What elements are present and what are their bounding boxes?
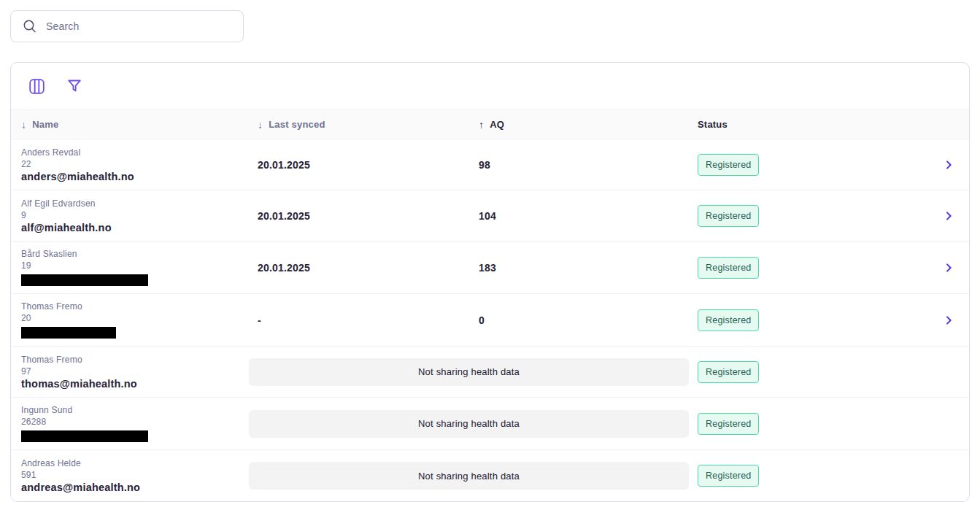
user-cell: Alf Egil Edvardsen 9 alf@miahealth.no (11, 191, 258, 241)
user-id: 97 (21, 366, 250, 376)
not-sharing-health-data-banner: Not sharing health data (249, 358, 689, 386)
search-bar[interactable] (10, 10, 244, 42)
user-cell: Thomas Fremo 20 (11, 294, 258, 346)
column-header-aq[interactable]: ↑ AQ (479, 119, 698, 131)
user-cell: Bård Skaslien 19 (11, 242, 258, 293)
table-header-row: ↓ Name ↓ Last synced ↑ AQ Status (11, 109, 969, 139)
redacted-email-bar (21, 274, 148, 286)
sort-desc-icon: ↓ (258, 119, 263, 131)
table-row[interactable]: Anders Revdal 22 anders@miahealth.no 20.… (11, 139, 969, 190)
chevron-right-icon[interactable] (928, 159, 969, 171)
status-cell: Registered (698, 361, 928, 383)
columns-icon[interactable] (28, 78, 45, 94)
not-sharing-health-data-banner: Not sharing health data (249, 462, 689, 490)
user-name: Anders Revdal (21, 147, 250, 158)
user-email: anders@miahealth.no (21, 171, 250, 182)
status-badge: Registered (698, 205, 759, 227)
status-cell: Registered (698, 413, 928, 435)
user-id: 20 (21, 313, 250, 323)
status-badge: Registered (698, 465, 759, 487)
user-cell: Anders Revdal 22 anders@miahealth.no (11, 140, 258, 190)
table-row: Andreas Helde 591 andreas@miahealth.no N… (11, 450, 969, 501)
column-header-label: Name (32, 119, 58, 130)
user-id: 591 (21, 470, 250, 480)
user-cell: Andreas Helde 591 andreas@miahealth.no (11, 451, 258, 501)
status-cell: Registered (698, 154, 928, 176)
status-badge: Registered (698, 257, 759, 279)
status-badge: Registered (698, 413, 759, 435)
user-email: andreas@miahealth.no (21, 482, 250, 493)
status-badge: Registered (698, 154, 759, 176)
column-header-label: Last synced (269, 119, 325, 130)
status-cell: Registered (698, 309, 928, 331)
user-id: 26288 (21, 417, 250, 427)
column-header-label: AQ (490, 119, 504, 130)
column-header-label: Status (698, 119, 728, 130)
user-name: Thomas Fremo (21, 355, 250, 365)
last-synced-value: 20.01.2025 (258, 262, 479, 274)
aq-value: 183 (479, 262, 698, 274)
user-id: 19 (21, 260, 250, 271)
column-header-status[interactable]: Status (698, 119, 928, 130)
chevron-right-icon[interactable] (928, 314, 969, 326)
table-row: Ingunn Sund 26288 Not sharing health dat… (11, 398, 969, 450)
user-name: Thomas Fremo (21, 301, 250, 312)
user-name: Ingunn Sund (21, 405, 250, 415)
sort-asc-icon: ↑ (479, 119, 484, 131)
redacted-email-bar (21, 327, 116, 339)
filter-icon[interactable] (66, 78, 82, 94)
status-cell: Registered (698, 257, 928, 279)
aq-value: 0 (479, 314, 698, 326)
table-row[interactable]: Alf Egil Edvardsen 9 alf@miahealth.no 20… (11, 190, 969, 242)
table-row: Thomas Fremo 97 thomas@miahealth.no Not … (11, 347, 969, 398)
chevron-right-icon[interactable] (928, 210, 969, 222)
aq-value: 98 (479, 159, 698, 171)
search-input[interactable] (46, 20, 231, 32)
status-cell: Registered (698, 465, 928, 487)
sort-desc-icon: ↓ (21, 119, 26, 131)
user-name: Alf Egil Edvardsen (21, 198, 250, 209)
user-email: alf@miahealth.no (21, 222, 250, 233)
status-badge: Registered (698, 361, 759, 383)
last-synced-value: 20.01.2025 (258, 159, 479, 171)
user-table-card: ↓ Name ↓ Last synced ↑ AQ Status Anders … (10, 62, 970, 502)
last-synced-value: 20.01.2025 (258, 210, 479, 222)
table-row[interactable]: Thomas Fremo 20 - 0 Registered (11, 294, 969, 347)
user-email: thomas@miahealth.no (21, 378, 250, 390)
redacted-email-bar (21, 430, 148, 442)
aq-value: 104 (479, 210, 698, 222)
chevron-right-icon[interactable] (928, 262, 969, 274)
user-cell: Ingunn Sund 26288 (11, 398, 258, 449)
table-row[interactable]: Bård Skaslien 19 20.01.2025 183 Register… (11, 242, 969, 294)
user-id: 22 (21, 159, 250, 169)
column-header-last-synced[interactable]: ↓ Last synced (258, 119, 479, 131)
table-toolbar (11, 63, 969, 109)
not-sharing-health-data-banner: Not sharing health data (249, 410, 689, 438)
status-badge: Registered (698, 309, 759, 331)
user-name: Andreas Helde (21, 458, 250, 468)
status-cell: Registered (698, 205, 928, 227)
user-name: Bård Skaslien (21, 249, 250, 259)
user-id: 9 (21, 210, 250, 220)
search-icon (23, 19, 37, 34)
last-synced-value: - (258, 314, 479, 326)
user-cell: Thomas Fremo 97 thomas@miahealth.no (11, 347, 258, 397)
column-header-name[interactable]: ↓ Name (11, 119, 258, 131)
